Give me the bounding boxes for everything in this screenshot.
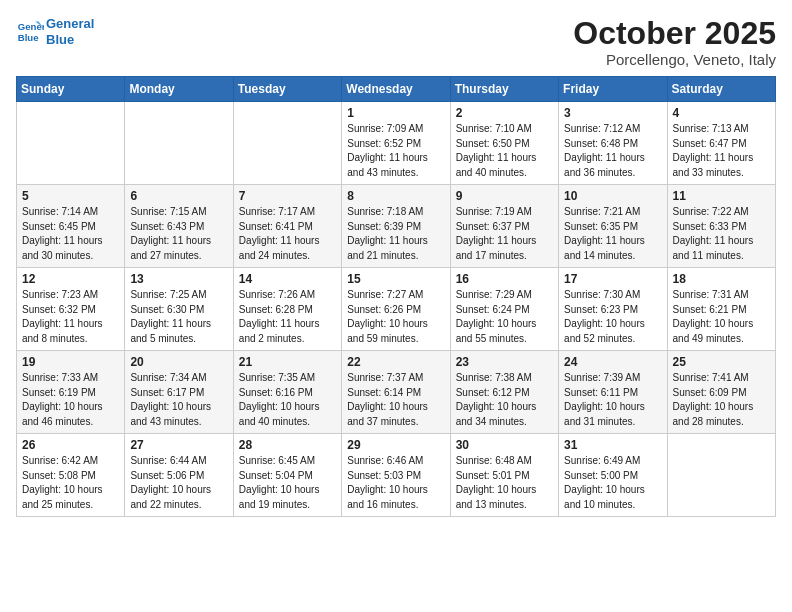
day-number: 11 [673, 189, 770, 203]
page-header: General Blue General Blue October 2025 P… [16, 16, 776, 68]
calendar-cell: 9Sunrise: 7:19 AMSunset: 6:37 PMDaylight… [450, 185, 558, 268]
calendar-cell: 18Sunrise: 7:31 AMSunset: 6:21 PMDayligh… [667, 268, 775, 351]
day-number: 29 [347, 438, 444, 452]
month-year-title: October 2025 [573, 16, 776, 51]
day-info: Sunrise: 7:25 AMSunset: 6:30 PMDaylight:… [130, 288, 227, 346]
location-subtitle: Porcellengo, Veneto, Italy [573, 51, 776, 68]
day-info: Sunrise: 7:38 AMSunset: 6:12 PMDaylight:… [456, 371, 553, 429]
day-number: 15 [347, 272, 444, 286]
day-number: 18 [673, 272, 770, 286]
logo-text: General Blue [46, 16, 94, 47]
calendar-cell: 4Sunrise: 7:13 AMSunset: 6:47 PMDaylight… [667, 102, 775, 185]
weekday-header-sunday: Sunday [17, 77, 125, 102]
calendar-cell: 30Sunrise: 6:48 AMSunset: 5:01 PMDayligh… [450, 434, 558, 517]
weekday-header-friday: Friday [559, 77, 667, 102]
day-info: Sunrise: 7:37 AMSunset: 6:14 PMDaylight:… [347, 371, 444, 429]
day-number: 31 [564, 438, 661, 452]
day-number: 10 [564, 189, 661, 203]
day-number: 7 [239, 189, 336, 203]
day-number: 19 [22, 355, 119, 369]
calendar-table: SundayMondayTuesdayWednesdayThursdayFrid… [16, 76, 776, 517]
calendar-cell: 3Sunrise: 7:12 AMSunset: 6:48 PMDaylight… [559, 102, 667, 185]
day-info: Sunrise: 6:49 AMSunset: 5:00 PMDaylight:… [564, 454, 661, 512]
svg-text:General: General [18, 21, 44, 32]
day-number: 22 [347, 355, 444, 369]
weekday-header-monday: Monday [125, 77, 233, 102]
calendar-cell: 2Sunrise: 7:10 AMSunset: 6:50 PMDaylight… [450, 102, 558, 185]
day-info: Sunrise: 7:39 AMSunset: 6:11 PMDaylight:… [564, 371, 661, 429]
day-number: 1 [347, 106, 444, 120]
calendar-cell: 10Sunrise: 7:21 AMSunset: 6:35 PMDayligh… [559, 185, 667, 268]
day-number: 6 [130, 189, 227, 203]
day-info: Sunrise: 7:33 AMSunset: 6:19 PMDaylight:… [22, 371, 119, 429]
logo-icon: General Blue [16, 18, 44, 46]
calendar-cell: 24Sunrise: 7:39 AMSunset: 6:11 PMDayligh… [559, 351, 667, 434]
calendar-header: SundayMondayTuesdayWednesdayThursdayFrid… [17, 77, 776, 102]
day-info: Sunrise: 7:12 AMSunset: 6:48 PMDaylight:… [564, 122, 661, 180]
day-info: Sunrise: 7:41 AMSunset: 6:09 PMDaylight:… [673, 371, 770, 429]
weekday-header-tuesday: Tuesday [233, 77, 341, 102]
calendar-week-1: 1Sunrise: 7:09 AMSunset: 6:52 PMDaylight… [17, 102, 776, 185]
calendar-cell: 12Sunrise: 7:23 AMSunset: 6:32 PMDayligh… [17, 268, 125, 351]
day-number: 21 [239, 355, 336, 369]
title-block: October 2025 Porcellengo, Veneto, Italy [573, 16, 776, 68]
day-number: 9 [456, 189, 553, 203]
calendar-cell: 29Sunrise: 6:46 AMSunset: 5:03 PMDayligh… [342, 434, 450, 517]
calendar-cell: 22Sunrise: 7:37 AMSunset: 6:14 PMDayligh… [342, 351, 450, 434]
calendar-cell: 6Sunrise: 7:15 AMSunset: 6:43 PMDaylight… [125, 185, 233, 268]
calendar-cell: 14Sunrise: 7:26 AMSunset: 6:28 PMDayligh… [233, 268, 341, 351]
day-number: 25 [673, 355, 770, 369]
day-number: 8 [347, 189, 444, 203]
day-info: Sunrise: 7:34 AMSunset: 6:17 PMDaylight:… [130, 371, 227, 429]
day-number: 14 [239, 272, 336, 286]
calendar-cell: 23Sunrise: 7:38 AMSunset: 6:12 PMDayligh… [450, 351, 558, 434]
logo: General Blue General Blue [16, 16, 94, 47]
day-info: Sunrise: 7:10 AMSunset: 6:50 PMDaylight:… [456, 122, 553, 180]
calendar-cell: 19Sunrise: 7:33 AMSunset: 6:19 PMDayligh… [17, 351, 125, 434]
day-number: 24 [564, 355, 661, 369]
calendar-cell: 1Sunrise: 7:09 AMSunset: 6:52 PMDaylight… [342, 102, 450, 185]
calendar-cell: 31Sunrise: 6:49 AMSunset: 5:00 PMDayligh… [559, 434, 667, 517]
day-info: Sunrise: 7:31 AMSunset: 6:21 PMDaylight:… [673, 288, 770, 346]
day-info: Sunrise: 7:18 AMSunset: 6:39 PMDaylight:… [347, 205, 444, 263]
calendar-cell: 20Sunrise: 7:34 AMSunset: 6:17 PMDayligh… [125, 351, 233, 434]
day-info: Sunrise: 6:42 AMSunset: 5:08 PMDaylight:… [22, 454, 119, 512]
day-number: 4 [673, 106, 770, 120]
day-number: 12 [22, 272, 119, 286]
calendar-cell [17, 102, 125, 185]
day-info: Sunrise: 7:13 AMSunset: 6:47 PMDaylight:… [673, 122, 770, 180]
day-number: 27 [130, 438, 227, 452]
day-info: Sunrise: 7:27 AMSunset: 6:26 PMDaylight:… [347, 288, 444, 346]
day-number: 30 [456, 438, 553, 452]
day-info: Sunrise: 7:26 AMSunset: 6:28 PMDaylight:… [239, 288, 336, 346]
day-number: 26 [22, 438, 119, 452]
calendar-cell: 8Sunrise: 7:18 AMSunset: 6:39 PMDaylight… [342, 185, 450, 268]
calendar-week-3: 12Sunrise: 7:23 AMSunset: 6:32 PMDayligh… [17, 268, 776, 351]
calendar-cell: 11Sunrise: 7:22 AMSunset: 6:33 PMDayligh… [667, 185, 775, 268]
calendar-cell: 13Sunrise: 7:25 AMSunset: 6:30 PMDayligh… [125, 268, 233, 351]
calendar-cell: 7Sunrise: 7:17 AMSunset: 6:41 PMDaylight… [233, 185, 341, 268]
weekday-header-thursday: Thursday [450, 77, 558, 102]
day-number: 3 [564, 106, 661, 120]
calendar-week-5: 26Sunrise: 6:42 AMSunset: 5:08 PMDayligh… [17, 434, 776, 517]
calendar-week-4: 19Sunrise: 7:33 AMSunset: 6:19 PMDayligh… [17, 351, 776, 434]
day-number: 5 [22, 189, 119, 203]
calendar-week-2: 5Sunrise: 7:14 AMSunset: 6:45 PMDaylight… [17, 185, 776, 268]
calendar-cell: 26Sunrise: 6:42 AMSunset: 5:08 PMDayligh… [17, 434, 125, 517]
day-info: Sunrise: 7:15 AMSunset: 6:43 PMDaylight:… [130, 205, 227, 263]
calendar-cell: 27Sunrise: 6:44 AMSunset: 5:06 PMDayligh… [125, 434, 233, 517]
calendar-cell: 21Sunrise: 7:35 AMSunset: 6:16 PMDayligh… [233, 351, 341, 434]
day-info: Sunrise: 7:22 AMSunset: 6:33 PMDaylight:… [673, 205, 770, 263]
day-info: Sunrise: 7:30 AMSunset: 6:23 PMDaylight:… [564, 288, 661, 346]
day-info: Sunrise: 7:23 AMSunset: 6:32 PMDaylight:… [22, 288, 119, 346]
calendar-cell: 5Sunrise: 7:14 AMSunset: 6:45 PMDaylight… [17, 185, 125, 268]
day-info: Sunrise: 7:17 AMSunset: 6:41 PMDaylight:… [239, 205, 336, 263]
day-info: Sunrise: 6:48 AMSunset: 5:01 PMDaylight:… [456, 454, 553, 512]
day-info: Sunrise: 6:44 AMSunset: 5:06 PMDaylight:… [130, 454, 227, 512]
day-number: 23 [456, 355, 553, 369]
day-info: Sunrise: 7:09 AMSunset: 6:52 PMDaylight:… [347, 122, 444, 180]
weekday-header-row: SundayMondayTuesdayWednesdayThursdayFrid… [17, 77, 776, 102]
day-info: Sunrise: 7:19 AMSunset: 6:37 PMDaylight:… [456, 205, 553, 263]
day-number: 28 [239, 438, 336, 452]
day-info: Sunrise: 7:35 AMSunset: 6:16 PMDaylight:… [239, 371, 336, 429]
